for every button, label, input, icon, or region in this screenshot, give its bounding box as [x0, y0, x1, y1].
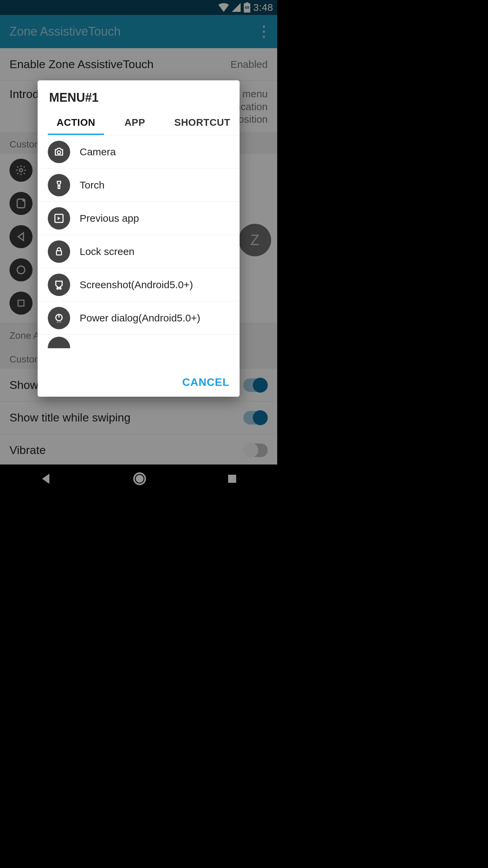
- action-label: Lock screen: [80, 246, 135, 257]
- svg-rect-12: [57, 251, 62, 255]
- menu1-dialog: MENU#1 ACTION APP SHORTCUT Camera Torch …: [38, 80, 240, 397]
- torch-icon: [48, 174, 70, 196]
- camera-icon: [48, 141, 70, 163]
- action-list: Camera Torch Previous app Lock screen Sc…: [38, 135, 240, 370]
- action-next-peek[interactable]: [38, 335, 240, 348]
- action-torch[interactable]: Torch: [38, 169, 240, 202]
- tab-action[interactable]: ACTION: [48, 111, 104, 135]
- action-label: Torch: [80, 179, 104, 191]
- svg-point-14: [60, 288, 61, 289]
- dialog-title: MENU#1: [38, 80, 240, 111]
- action-label: Camera: [80, 146, 116, 158]
- action-screenshot[interactable]: Screenshot(Android5.0+): [38, 268, 240, 301]
- tab-app[interactable]: APP: [116, 111, 154, 135]
- more-icon: [48, 337, 70, 348]
- action-label: Screenshot(Android5.0+): [80, 279, 193, 291]
- action-previous-app[interactable]: Previous app: [38, 202, 240, 235]
- screenshot-icon: [48, 274, 70, 296]
- action-power-dialog[interactable]: Power dialog(Android5.0+): [38, 301, 240, 335]
- lock-icon: [48, 240, 70, 263]
- tab-shortcut[interactable]: SHORTCUT: [165, 111, 239, 135]
- svg-point-19: [60, 321, 61, 322]
- svg-point-9: [57, 151, 60, 154]
- svg-point-18: [59, 321, 59, 322]
- svg-point-13: [57, 288, 58, 289]
- svg-point-17: [57, 321, 57, 322]
- dialog-tabs: ACTION APP SHORTCUT: [38, 111, 240, 135]
- action-label: Power dialog(Android5.0+): [80, 312, 200, 324]
- action-label: Previous app: [80, 213, 139, 224]
- power-icon: [48, 307, 70, 329]
- action-camera[interactable]: Camera: [38, 135, 240, 169]
- cancel-button[interactable]: CANCEL: [182, 376, 229, 389]
- prev-app-icon: [48, 207, 70, 230]
- action-lock-screen[interactable]: Lock screen: [38, 235, 240, 268]
